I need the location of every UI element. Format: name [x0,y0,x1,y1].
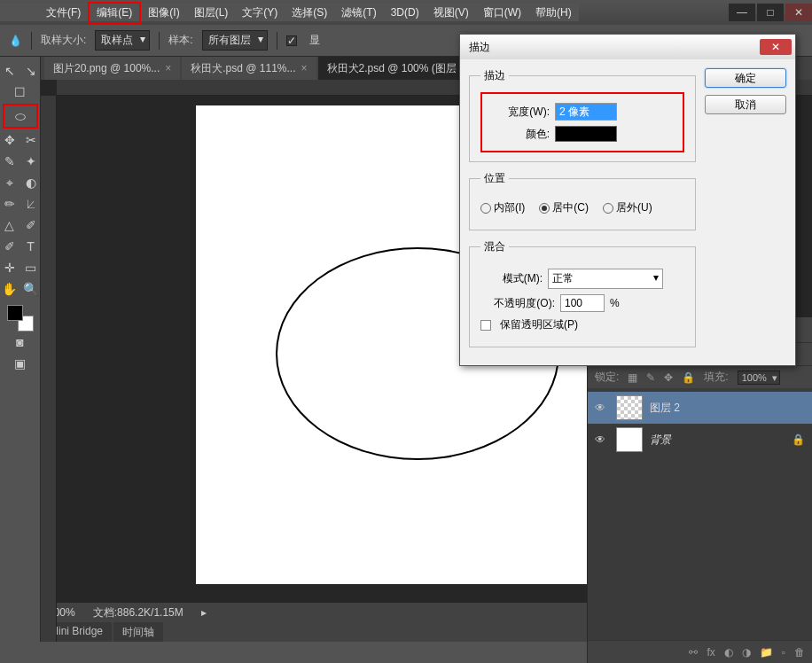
layer-item[interactable]: 👁 图层 2 [588,392,812,424]
tool-type[interactable]: T [21,237,41,256]
lock-paint-icon[interactable]: ✎ [646,371,655,384]
tool-ellipse-marquee[interactable]: ⬭ [3,104,38,129]
tool-move[interactable]: ↖ [0,61,20,81]
color-label: 颜色: [488,127,550,142]
menu-help[interactable]: 帮助(H) [528,4,579,22]
menu-select[interactable]: 选择(S) [285,4,334,22]
folder-icon[interactable]: 📁 [760,646,773,659]
tool-quickmask[interactable]: ◙ [11,332,30,352]
fill-label: 填充: [704,370,728,385]
blend-legend: 混合 [480,239,509,254]
tool-gradient[interactable]: △ [0,215,20,235]
radio-center[interactable] [539,203,550,214]
dlg-opacity-label: 不透明度(O): [480,296,555,311]
color-swatch[interactable] [7,305,34,332]
lock-trans-icon[interactable]: ▦ [628,371,637,384]
highlighted-fields: 宽度(W): 颜色: [480,92,684,152]
tool-heal[interactable]: ✦ [21,152,41,171]
color-swatch[interactable] [555,126,617,142]
tool-shape[interactable]: ▭ [21,258,41,277]
tool-palette: ↖ ↘ ☐ ⬭ ✥✂ ✎✦ ⌖◐ ✏⟀ △✐ ✐T ✛▭ ✋🔍 ◙ ▣ [0,57,41,642]
tool-marquee[interactable]: ☐ [11,82,30,102]
visibility-icon[interactable]: 👁 [595,402,609,414]
tab-close-icon[interactable]: × [301,62,308,74]
menu-layer[interactable]: 图层(L) [187,4,236,22]
tool-history[interactable]: ✏ [0,194,20,214]
fg-color[interactable] [7,305,23,321]
opacity-unit: % [610,297,620,309]
tab-0[interactable]: 图片20.png @ 100%...× [44,57,180,80]
menu-edit[interactable]: 编辑(E) [88,2,141,24]
menu-file[interactable]: 文件(F) [39,4,88,22]
tab-1[interactable]: 秋田犬.psd @ 111%...× [182,57,316,80]
tab-close-icon[interactable]: × [165,62,171,74]
stroke-legend: 描边 [480,68,509,83]
layer-thumb[interactable] [616,427,643,452]
tool-screenmode[interactable]: ▣ [11,354,30,373]
menu-view[interactable]: 视图(V) [426,4,476,22]
tool-stamp[interactable]: ◐ [21,173,41,192]
tool-artboard[interactable]: ↘ [21,61,41,81]
radio-outside[interactable] [603,203,613,214]
mask-icon[interactable]: ◐ [724,646,733,659]
maximize-button[interactable]: □ [757,4,784,21]
layer-thumb[interactable] [616,395,643,420]
preserve-checkbox[interactable] [480,320,491,331]
cancel-button[interactable]: 取消 [705,95,786,114]
ok-button[interactable]: 确定 [705,68,786,88]
blend-group: 混合 模式(M): 正常 不透明度(O): % 保留透明区域(P) [469,239,696,347]
lock-move-icon[interactable]: ✥ [664,371,673,384]
tab-2[interactable]: 秋田犬2.psd @ 100% (图层 2 [318,57,474,80]
show-checkbox[interactable]: ✓ [286,35,297,46]
layers-panel: 🔎 类型 ▦ ◑ T ▭ ▫ 正常 不透明度: 100% 锁定: ▦ ✎ ✥ 🔒… [587,317,812,663]
tool-pen[interactable]: ✐ [0,237,20,256]
menu-type[interactable]: 文字(Y) [235,4,285,22]
menu-3d[interactable]: 3D(D) [384,4,426,20]
layer-name[interactable]: 背景 [650,433,671,448]
minimize-button[interactable]: — [729,4,755,21]
menu-image[interactable]: 图像(I) [141,4,186,22]
tool-path[interactable]: ✛ [0,258,20,277]
layer-item[interactable]: 👁 背景 🔒 [588,424,812,456]
tool-lasso[interactable]: ✥ [0,130,20,150]
tool-eyedropper[interactable]: ✎ [0,152,20,171]
tab-timeline[interactable]: 时间轴 [113,622,163,642]
preserve-label: 保留透明区域(P) [500,317,578,332]
mode-dropdown[interactable]: 正常 [548,269,663,289]
visibility-icon[interactable]: 👁 [595,433,609,446]
tool-hand[interactable]: ✋ [0,279,20,299]
width-label: 宽度(W): [488,105,550,120]
menu-window[interactable]: 窗口(W) [476,4,528,22]
lock-label: 锁定: [595,370,619,385]
width-input[interactable] [555,103,617,121]
close-button[interactable]: ✕ [785,4,812,21]
tool-brush[interactable]: ⌖ [0,173,20,192]
menu-filter[interactable]: 滤镜(T) [334,4,383,22]
tool-eraser[interactable]: ⟀ [21,194,41,214]
tool-crop[interactable]: ✂ [21,130,41,150]
stroke-dialog: 描边 ✕ 描边 宽度(W): 颜色: 位置 [459,34,796,366]
menu-bar: 文件(F) 编辑(E) 图像(I) 图层(L) 文字(Y) 选择(S) 滤镜(T… [0,4,579,21]
trash-icon[interactable]: 🗑 [794,646,805,659]
adjust-icon[interactable]: ◑ [742,646,751,659]
dialog-close-button[interactable]: ✕ [760,39,792,55]
window-buttons: — □ ✕ [727,4,812,21]
radio-inside[interactable] [480,203,491,214]
dialog-titlebar[interactable]: 描边 ✕ [460,35,795,59]
tool-blur[interactable]: ✐ [21,215,41,235]
dlg-opacity-input[interactable] [560,294,605,312]
sample-size-label: 取样大小: [41,33,86,48]
fx-icon[interactable]: fx [707,646,714,659]
layer-name[interactable]: 图层 2 [650,401,680,416]
lock-icon: 🔒 [792,433,805,446]
link-icon[interactable]: ⚯ [689,646,698,659]
fill-dropdown[interactable]: 100% [738,370,780,385]
tool-zoom[interactable]: 🔍 [21,279,41,299]
new-layer-icon[interactable]: ▫ [782,646,785,659]
sample-size-dropdown[interactable]: 取样点 [95,30,150,51]
sample-dropdown[interactable]: 所有图层 [202,30,268,51]
eyedropper-icon[interactable]: 💧 [9,35,22,47]
status-arrow-icon[interactable]: ▸ [201,606,207,619]
stroke-group: 描边 宽度(W): 颜色: [469,68,696,162]
lock-all-icon[interactable]: 🔒 [682,371,695,384]
